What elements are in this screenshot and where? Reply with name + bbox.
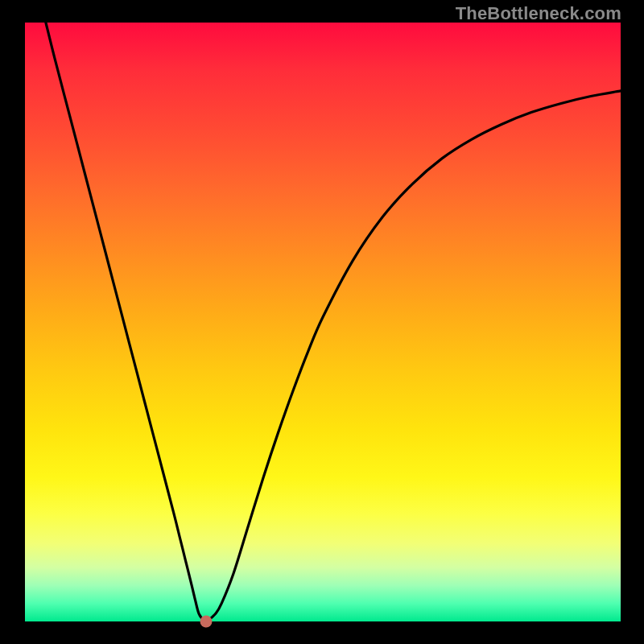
curve-path <box>46 23 621 621</box>
minimum-marker <box>200 616 212 628</box>
bottleneck-curve <box>25 23 621 621</box>
watermark-text: TheBottleneck.com <box>456 3 621 24</box>
chart-frame: TheBottleneck.com <box>0 0 644 644</box>
